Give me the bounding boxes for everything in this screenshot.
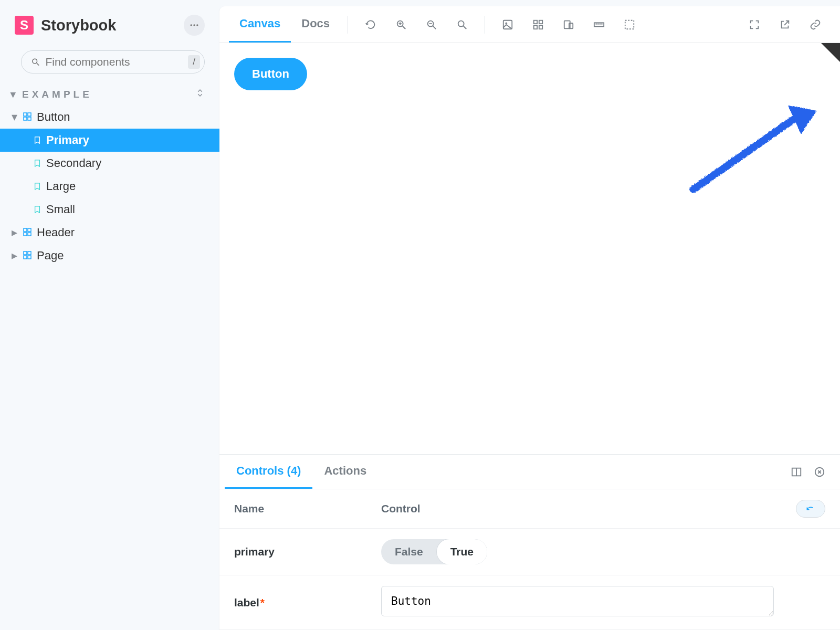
sidebar-group-example[interactable]: ▾ EXAMPLE	[0, 86, 219, 106]
external-link-icon	[779, 19, 791, 30]
sidebar-item-button-secondary[interactable]: Secondary	[0, 152, 219, 175]
tree-label: Primary	[46, 133, 89, 147]
boolean-true-option[interactable]: True	[437, 539, 487, 564]
open-in-new-tab-button[interactable]	[775, 15, 795, 35]
sidebar-item-button[interactable]: ▾ Button	[0, 106, 219, 129]
svg-point-3	[33, 59, 37, 64]
tree-label: Large	[46, 180, 76, 193]
controls-row-label: label*	[219, 575, 840, 630]
viewport-button[interactable]	[559, 15, 579, 35]
brand-name: Storybook	[41, 17, 116, 34]
sidebar-item-page[interactable]: ▸ Page	[0, 244, 219, 267]
tab-canvas[interactable]: Canvas	[229, 6, 291, 43]
boolean-toggle-primary[interactable]: False True	[381, 539, 487, 564]
svg-line-22	[433, 26, 436, 29]
caret-right-icon: ▸	[12, 226, 18, 239]
svg-rect-7	[24, 117, 27, 120]
preview-canvas: Button	[219, 43, 840, 454]
brand: S Storybook	[0, 15, 219, 50]
sidebar-item-button-small[interactable]: Small	[0, 198, 219, 221]
reload-icon	[365, 19, 376, 30]
addons-tabs: Controls (4) Actions	[219, 455, 840, 489]
addon-tab-actions[interactable]: Actions	[312, 455, 378, 489]
tab-docs[interactable]: Docs	[291, 6, 340, 43]
bookmark-icon	[34, 156, 41, 170]
zoom-reset-icon	[456, 19, 468, 30]
sidebar: S Storybook / ▾ EXAMPLE ▾	[0, 0, 219, 630]
tree-label: Secondary	[46, 156, 101, 170]
label-text-input[interactable]	[381, 586, 774, 616]
addons-orientation-button[interactable]	[789, 464, 804, 480]
toolbar-separator	[348, 16, 348, 34]
svg-line-25	[464, 26, 467, 29]
controls-header-row: Name Control	[219, 489, 840, 529]
zoom-out-icon	[426, 19, 437, 30]
control-name: primary	[234, 545, 381, 558]
close-circle-icon	[814, 466, 825, 478]
control-name: label*	[234, 596, 381, 609]
controls-reset-button[interactable]	[796, 500, 825, 518]
controls-header-name: Name	[234, 502, 381, 515]
background-button[interactable]	[498, 15, 518, 35]
grid-button[interactable]	[528, 15, 548, 35]
boolean-false-option[interactable]: False	[381, 539, 437, 564]
svg-rect-29	[539, 20, 542, 23]
expand-collapse-icon[interactable]	[195, 88, 205, 100]
addons-panel: Controls (4) Actions Name Control	[219, 454, 840, 630]
zoom-in-button[interactable]	[391, 15, 411, 35]
svg-line-18	[403, 26, 406, 29]
svg-rect-9	[24, 228, 27, 232]
copy-link-button[interactable]	[805, 15, 825, 35]
main-panel: Canvas Docs Button	[219, 6, 840, 630]
bookmark-icon	[34, 180, 41, 193]
caret-down-icon: ▾	[10, 88, 19, 100]
caret-down-icon: ▾	[12, 110, 18, 124]
svg-point-0	[191, 24, 192, 26]
preview-button[interactable]: Button	[234, 58, 307, 90]
annotation-arrow-icon	[682, 100, 819, 200]
zoom-in-icon	[395, 19, 407, 30]
svg-marker-41	[788, 105, 816, 134]
svg-rect-39	[625, 20, 634, 29]
measure-button[interactable]	[589, 15, 609, 35]
zoom-out-button[interactable]	[422, 15, 442, 35]
svg-line-40	[693, 116, 798, 189]
component-icon	[23, 249, 32, 262]
sidebar-item-button-large[interactable]: Large	[0, 175, 219, 198]
component-icon	[23, 226, 32, 239]
required-asterisk-icon: *	[260, 596, 265, 608]
outline-button[interactable]	[620, 15, 639, 35]
svg-rect-11	[24, 233, 27, 236]
toolbar: Canvas Docs	[219, 6, 840, 43]
fullscreen-button[interactable]	[744, 15, 764, 35]
search-icon	[31, 57, 40, 67]
search-shortcut-badge: /	[188, 55, 200, 69]
link-icon	[810, 19, 821, 30]
sidebar-menu-button[interactable]	[184, 15, 205, 36]
svg-point-27	[505, 22, 507, 24]
eject-corner-button[interactable]	[821, 43, 840, 62]
svg-rect-5	[24, 113, 27, 116]
bookmark-icon	[34, 133, 41, 147]
svg-rect-28	[534, 20, 537, 23]
svg-rect-14	[28, 251, 31, 255]
component-icon	[23, 110, 32, 124]
sidebar-item-header[interactable]: ▸ Header	[0, 221, 219, 244]
grid-icon	[532, 19, 544, 30]
addon-tab-controls[interactable]: Controls (4)	[225, 455, 312, 489]
tree-label: Page	[37, 249, 64, 262]
ellipsis-icon	[189, 20, 200, 30]
search-input-wrapper[interactable]: /	[21, 50, 205, 74]
addons-close-button[interactable]	[812, 464, 827, 480]
search-input[interactable]	[45, 56, 183, 68]
sidebar-group-label: EXAMPLE	[22, 89, 92, 100]
reload-button[interactable]	[361, 15, 381, 35]
tree-label: Small	[46, 203, 75, 216]
sidebar-item-button-primary[interactable]: Primary	[0, 129, 219, 152]
svg-rect-6	[28, 113, 31, 116]
zoom-reset-button[interactable]	[452, 15, 472, 35]
image-icon	[502, 19, 513, 30]
svg-point-2	[196, 24, 198, 26]
fullscreen-icon	[749, 19, 760, 30]
sidebar-tree: ▾ Button Primary Secondary	[0, 106, 219, 267]
